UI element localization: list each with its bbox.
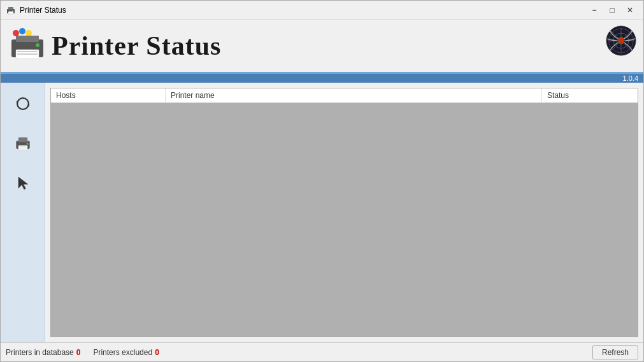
svg-point-5 bbox=[19, 28, 25, 34]
app-header-right bbox=[605, 25, 637, 57]
minimize-button[interactable]: − bbox=[586, 4, 603, 17]
svg-point-6 bbox=[25, 30, 32, 36]
table-body[interactable] bbox=[51, 103, 638, 337]
titlebar-text: Printer Status bbox=[20, 6, 586, 15]
app-title: Printer Status bbox=[52, 31, 221, 61]
table-container: Hosts Printer name Status bbox=[50, 88, 638, 337]
svg-rect-2 bbox=[8, 11, 13, 14]
titlebar-printer-icon bbox=[6, 5, 16, 15]
svg-rect-11 bbox=[17, 51, 38, 52]
col-status: Status bbox=[542, 88, 638, 102]
maximize-button[interactable]: □ bbox=[604, 4, 620, 17]
version-text: 1.0.4 bbox=[623, 74, 638, 82]
sidebar-printer-icon bbox=[13, 133, 33, 153]
table-header: Hosts Printer name Status bbox=[51, 88, 638, 103]
main-content: Hosts Printer name Status bbox=[1, 83, 643, 342]
version-strip: 1.0.4 bbox=[1, 74, 643, 83]
svg-point-3 bbox=[12, 10, 13, 11]
title-bar: Printer Status − □ ✕ bbox=[1, 1, 643, 20]
printers-excluded-label: Printers excluded bbox=[93, 348, 152, 357]
sidebar-arrow-button[interactable] bbox=[8, 168, 38, 197]
sidebar-refresh-button[interactable] bbox=[8, 89, 38, 118]
svg-rect-12 bbox=[17, 53, 38, 55]
svg-point-22 bbox=[619, 37, 623, 41]
close-button[interactable]: ✕ bbox=[622, 4, 638, 17]
printers-db-label: Printers in database bbox=[6, 348, 74, 357]
col-printer-name: Printer name bbox=[166, 88, 542, 102]
sidebar bbox=[1, 83, 45, 342]
refresh-arrows-icon bbox=[13, 94, 33, 114]
svg-rect-8 bbox=[16, 36, 39, 42]
svg-point-10 bbox=[36, 43, 39, 47]
brand-logo-icon bbox=[605, 25, 637, 57]
window: Printer Status − □ ✕ Printer St bbox=[0, 0, 644, 362]
svg-rect-29 bbox=[19, 148, 26, 148]
col-hosts: Hosts bbox=[51, 88, 166, 102]
app-header: Printer Status bbox=[1, 20, 643, 74]
svg-rect-28 bbox=[19, 146, 26, 147]
sidebar-cursor-icon bbox=[13, 172, 33, 193]
svg-point-30 bbox=[26, 143, 29, 145]
app-header-left: Printer Status bbox=[8, 27, 221, 65]
sidebar-printer-button[interactable] bbox=[8, 129, 38, 158]
status-bar: Printers in database 0 Printers excluded… bbox=[1, 342, 643, 361]
svg-rect-26 bbox=[18, 137, 27, 142]
title-bar-controls: − □ ✕ bbox=[586, 4, 638, 17]
app-printer-icon bbox=[8, 27, 47, 65]
content-panel: Hosts Printer name Status bbox=[45, 83, 643, 342]
printers-db-count: 0 bbox=[76, 348, 81, 357]
printers-excluded-count: 0 bbox=[155, 348, 159, 357]
svg-rect-1 bbox=[8, 7, 13, 10]
svg-point-4 bbox=[13, 30, 19, 36]
refresh-button[interactable]: Refresh bbox=[592, 345, 638, 359]
